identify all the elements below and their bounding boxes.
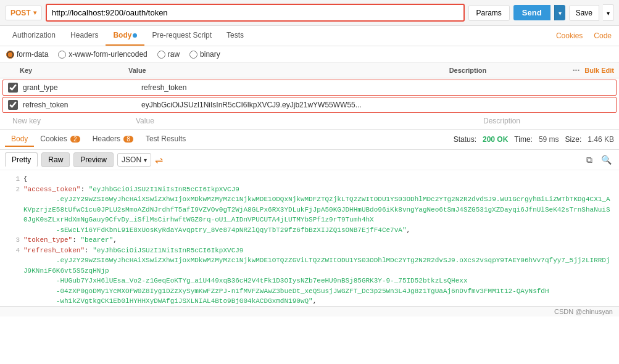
resp-tab-headers[interactable]: Headers 8 <box>86 132 139 147</box>
key-col-header: Key <box>5 67 128 74</box>
grant-type-value: refresh_token <box>141 83 488 92</box>
response-code-area: 1 { 2 "access_token": "eyJhbGciOiJSUzI1N… <box>0 170 619 306</box>
right-links: Cookies Code <box>554 27 614 45</box>
new-desc-placeholder[interactable]: Description <box>483 117 607 125</box>
time-label: Time: <box>514 135 533 144</box>
size-value: 1.46 KB <box>588 135 614 144</box>
method-button[interactable]: POST ▾ <box>5 6 42 20</box>
save-button[interactable]: Save <box>569 5 599 21</box>
url-input[interactable] <box>46 4 465 22</box>
form-data-radio[interactable]: form-data <box>6 50 48 59</box>
headers-badge: 8 <box>123 136 133 143</box>
kv-actions: ··· Bulk Edit <box>573 65 614 75</box>
raw-tab[interactable]: Raw <box>41 152 70 167</box>
footer: CSDN @chinusyan <box>0 306 619 316</box>
pretty-tab[interactable]: Pretty <box>5 152 38 167</box>
copy-button[interactable]: ⧉ <box>584 154 595 167</box>
format-chevron-icon: ▾ <box>144 157 147 163</box>
kv-new-row: New key Value Description <box>2 114 617 128</box>
body-dot-indicator <box>133 33 137 38</box>
raw-radio[interactable]: raw <box>157 50 180 59</box>
body-options: form-data x-www-form-urlencoded raw bina… <box>0 46 619 63</box>
binary-radio[interactable]: binary <box>189 50 220 59</box>
kv-table-header: Key Value Description ··· Bulk Edit <box>0 63 619 78</box>
method-chevron-icon: ▾ <box>33 9 36 16</box>
cookies-badge: 2 <box>70 136 80 143</box>
kv-row-refresh-token: refresh_token eyJhbGciOiJSUzI1NiIsInR5cC… <box>2 97 617 113</box>
params-button[interactable]: Params <box>468 5 510 21</box>
code-line-3: 3 "token_type": "bearer", <box>5 235 614 246</box>
tab-prerequest[interactable]: Pre-request Script <box>144 26 219 46</box>
resp-right-buttons: ⧉ 🔍 <box>584 154 614 167</box>
send-dropdown-button[interactable]: ▾ <box>554 5 565 20</box>
resp-tab-cookies[interactable]: Cookies 2 <box>34 132 86 147</box>
time-value: 59 ms <box>539 135 559 144</box>
resp-tab-test-results[interactable]: Test Results <box>139 132 192 147</box>
tab-authorization[interactable]: Authorization <box>5 26 63 46</box>
code-line-2: 2 "access_token": "eyJhbGciOiJSUzI1NiIsI… <box>5 184 614 236</box>
method-label: POST <box>10 9 31 17</box>
cookies-link[interactable]: Cookies <box>554 27 585 45</box>
top-bar: POST ▾ Params Send ▾ Save ▾ <box>0 0 619 26</box>
request-tabs: Authorization Headers Body Pre-request S… <box>0 26 619 46</box>
new-key-placeholder[interactable]: New key <box>12 117 136 125</box>
search-button[interactable]: 🔍 <box>599 154 614 167</box>
size-label: Size: <box>565 135 582 144</box>
refresh-token-key: refresh_token <box>23 101 141 109</box>
refresh-token-value: eyJhbGciOiJSUzI1NiIsInR5cCI6IkpXVCJ9.eyJ… <box>141 101 488 109</box>
refresh-token-checkbox[interactable] <box>8 100 18 110</box>
response-tabs: Body Cookies 2 Headers 8 Test Results St… <box>0 129 619 150</box>
format-icon: ⇌ <box>155 154 163 166</box>
more-options-icon[interactable]: ··· <box>573 65 580 75</box>
preview-tab[interactable]: Preview <box>73 152 114 167</box>
status-label: Status: <box>454 135 476 144</box>
send-button[interactable]: Send <box>513 5 550 20</box>
value-col-header: Value <box>128 67 449 74</box>
desc-col-header: Description <box>449 67 573 74</box>
new-value-placeholder[interactable]: Value <box>136 117 483 125</box>
code-line-1: 1 { <box>5 174 614 184</box>
urlencoded-radio[interactable]: x-www-form-urlencoded <box>58 50 147 59</box>
grant-type-checkbox[interactable] <box>8 83 18 93</box>
grant-type-key: grant_type <box>23 83 141 92</box>
status-value: 200 OK <box>483 135 508 144</box>
save-dropdown-button[interactable]: ▾ <box>603 4 614 21</box>
bulk-edit-button[interactable]: Bulk Edit <box>584 67 614 74</box>
tab-body[interactable]: Body <box>106 26 144 46</box>
tab-headers[interactable]: Headers <box>63 26 106 46</box>
kv-row-grant-type: grant_type refresh_token <box>2 80 617 96</box>
resp-tab-body[interactable]: Body <box>5 132 34 147</box>
response-toolbar: Pretty Raw Preview JSON ▾ ⇌ ⧉ 🔍 <box>0 150 619 170</box>
watermark: CSDN @chinusyan <box>554 308 613 315</box>
tab-tests[interactable]: Tests <box>219 26 251 46</box>
code-link[interactable]: Code <box>591 27 614 45</box>
format-select[interactable]: JSON ▾ <box>117 153 151 167</box>
response-status-bar: Status: 200 OK Time: 59 ms Size: 1.46 KB <box>454 135 614 144</box>
code-line-4: 4 "refresh_token": "eyJhbGciOiJSUzI1NiIs… <box>5 246 614 307</box>
